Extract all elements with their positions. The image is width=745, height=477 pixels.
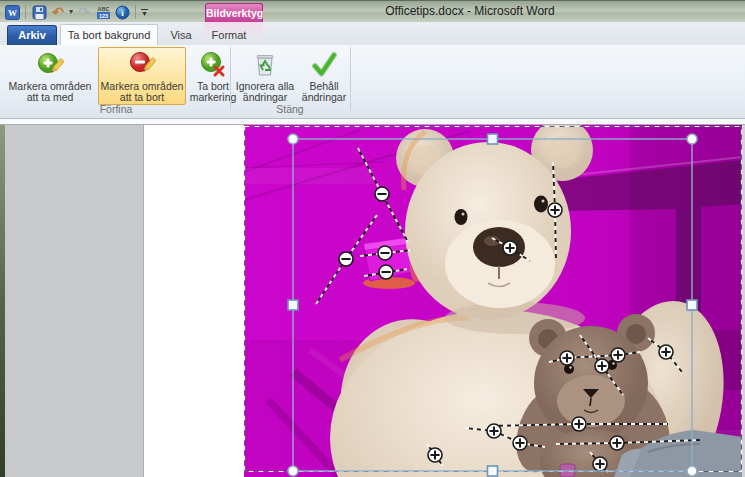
application-background xyxy=(5,125,144,477)
discard-all-changes-button[interactable]: Ignorera alla ändringar xyxy=(233,47,297,105)
qat-separator xyxy=(135,5,136,19)
window-title: Officetips.docx - Microsoft Word xyxy=(350,4,590,18)
tab-format[interactable]: Format xyxy=(204,26,254,45)
keep-mark[interactable] xyxy=(513,436,527,450)
undo-dropdown-icon[interactable]: ▾ xyxy=(69,9,73,15)
word-window: W ↶ ▾ ↷ ABC123 i ▾ Bildverktyg Officetip… xyxy=(0,0,745,477)
group-label-forfina: Förfina xyxy=(2,103,230,115)
keep-mark[interactable] xyxy=(611,348,625,362)
ribbon-tab-row: Arkiv Ta bort bakgrund Visa Format xyxy=(0,22,745,45)
button-label: Markera områden att ta bort xyxy=(99,81,185,103)
save-icon[interactable] xyxy=(31,4,47,20)
keep-mark[interactable] xyxy=(428,448,442,462)
green-check-icon xyxy=(310,50,338,78)
mark-areas-to-remove-button[interactable]: Markera områden att ta bort xyxy=(98,47,186,105)
remove-mark[interactable] xyxy=(379,265,393,279)
keep-mark[interactable] xyxy=(593,457,607,471)
title-bar: W ↶ ▾ ↷ ABC123 i ▾ Bildverktyg Officetip… xyxy=(0,0,745,22)
document-page xyxy=(144,125,244,477)
button-label: Markera områden att ta med xyxy=(5,81,95,103)
button-label: Behåll ändringar xyxy=(299,81,349,103)
selection-edge-handle[interactable] xyxy=(687,300,697,310)
tab-arkiv[interactable]: Arkiv xyxy=(7,25,57,45)
green-plus-pencil-icon xyxy=(36,50,64,78)
keep-mark[interactable] xyxy=(503,241,517,255)
keep-changes-button[interactable]: Behåll ändringar xyxy=(298,47,350,105)
undo-icon[interactable]: ↶ xyxy=(50,4,66,20)
selection-corner-handle[interactable] xyxy=(288,134,298,144)
quick-access-toolbar: W ↶ ▾ ↷ ABC123 i ▾ xyxy=(4,3,148,21)
selection-edge-handle[interactable] xyxy=(288,300,298,310)
remove-mark[interactable] xyxy=(378,246,392,260)
customize-qat-icon[interactable]: ▾ xyxy=(141,9,148,16)
group-label-stang: Stäng xyxy=(231,103,349,115)
selection-corner-handle[interactable] xyxy=(687,134,697,144)
selection-corner-handle[interactable] xyxy=(288,466,298,476)
tab-visa[interactable]: Visa xyxy=(163,26,199,45)
redo-icon: ↷ xyxy=(76,4,92,20)
svg-text:123: 123 xyxy=(98,13,107,19)
recycle-bin-icon xyxy=(251,50,279,78)
keep-mark[interactable] xyxy=(487,424,501,438)
selection-edge-handle[interactable] xyxy=(488,134,498,144)
contextual-tab-group-header: Bildverktyg xyxy=(205,3,263,23)
word-logo-icon: W xyxy=(4,4,20,20)
svg-text:W: W xyxy=(8,8,17,18)
tab-ta-bort-bakgrund[interactable]: Ta bort bakgrund xyxy=(60,24,158,45)
photo-canvas[interactable] xyxy=(244,125,745,477)
remove-mark[interactable] xyxy=(339,252,353,266)
keep-mark[interactable] xyxy=(595,359,609,373)
qat-separator xyxy=(25,5,26,19)
ribbon: Markera områden att ta med Markera områd… xyxy=(0,45,745,119)
keep-mark[interactable] xyxy=(572,417,586,431)
keep-mark[interactable] xyxy=(548,203,562,217)
keep-mark[interactable] xyxy=(659,345,673,359)
selection-corner-handle[interactable] xyxy=(687,466,697,476)
remove-mark[interactable] xyxy=(375,187,389,201)
info-icon[interactable]: i xyxy=(114,4,130,20)
document-workspace xyxy=(0,125,745,477)
green-plus-red-x-icon xyxy=(199,50,227,78)
keep-mark[interactable] xyxy=(560,351,574,365)
mark-areas-to-keep-button[interactable]: Markera områden att ta med xyxy=(4,47,96,105)
selection-edge-handle[interactable] xyxy=(488,466,498,476)
abc-123-icon[interactable]: ABC123 xyxy=(95,4,111,20)
red-minus-pencil-icon xyxy=(128,50,156,78)
button-label: Ignorera alla ändringar xyxy=(234,81,296,103)
group-separator xyxy=(230,47,231,111)
keep-mark[interactable] xyxy=(610,436,624,450)
group-separator xyxy=(350,47,351,111)
svg-text:ABC: ABC xyxy=(97,6,109,12)
